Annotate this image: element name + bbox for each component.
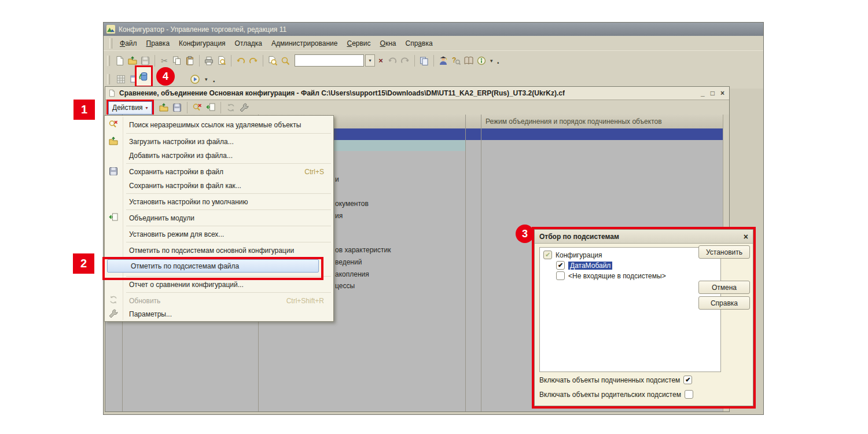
actions-button-highlight: Действия▾	[106, 100, 154, 116]
menu-item-merge-modules[interactable]: Объединить модули	[106, 211, 332, 225]
nav-forward-icon[interactable]	[399, 55, 411, 67]
update-database-configuration-icon[interactable]	[138, 71, 149, 82]
close-icon[interactable]: ×	[744, 232, 748, 241]
checkbox-unchecked-icon[interactable]	[685, 390, 693, 399]
undo-icon[interactable]	[235, 55, 247, 67]
help-button[interactable]: Справка	[698, 296, 750, 310]
menu-separator	[126, 226, 331, 226]
menu-item-load-settings[interactable]: Загрузить настройки из файла...	[106, 135, 332, 149]
app-title: Конфигуратор - Управление торговлей, ред…	[119, 25, 286, 34]
subsystem-tree: Конфигурация ДатаМобайл <Не входящие в п…	[539, 247, 721, 372]
checkbox-checked-icon[interactable]	[683, 376, 692, 384]
close-icon[interactable]: ×	[720, 89, 724, 97]
minimize-icon[interactable]: _	[701, 89, 705, 97]
toolbar-separator	[155, 55, 155, 67]
find-unresolved-refs-icon[interactable]	[192, 102, 203, 113]
save-settings-icon[interactable]	[171, 102, 183, 113]
menu-separator	[126, 292, 331, 293]
cut-icon[interactable]: ✂	[159, 55, 170, 67]
toolbar-overflow-icon[interactable]: ▾	[203, 76, 209, 82]
help-book-icon[interactable]	[463, 55, 475, 67]
help-search-icon[interactable]: ?	[450, 55, 462, 67]
menu-item-comparison-report[interactable]: Отчет о сравнении конфигураций...	[106, 278, 332, 292]
nav-back-icon[interactable]	[387, 55, 398, 67]
info-icon[interactable]	[476, 55, 487, 67]
load-settings-icon[interactable]	[158, 102, 170, 113]
menu-item-add-settings[interactable]: Добавить настройки из файла...	[106, 149, 332, 163]
tree-item-configuration[interactable]: Конфигурация	[543, 251, 602, 259]
menu-item-parameters[interactable]: Параметры...	[106, 307, 332, 321]
maximize-icon[interactable]: □	[711, 89, 715, 97]
tree-item-fragment: ов характеристик	[335, 246, 391, 254]
find-icon[interactable]	[267, 55, 278, 67]
option-include-parent-subsystems[interactable]: Включать объекты родительских подсистем	[539, 390, 693, 399]
menu-item-default-settings[interactable]: Установить настройки по умолчанию	[106, 195, 332, 209]
parameters-wrench-icon[interactable]	[238, 102, 250, 113]
compare-window-title-bar: Сравнение, объединение Основная конфигур…	[105, 87, 729, 100]
checkbox-mixed-icon[interactable]	[543, 251, 552, 259]
annotation-step-2-badge: 2	[73, 253, 94, 274]
menu-separator	[126, 133, 331, 134]
actions-dropdown-menu: Поиск неразрешимых ссылок на удаляемые о…	[104, 115, 334, 322]
merge-modules-icon[interactable]	[205, 102, 216, 113]
cancel-button[interactable]: Отмена	[698, 281, 750, 294]
compare-window-title: Сравнение, объединение Основная конфигур…	[119, 89, 565, 97]
menu-item-refresh[interactable]: ОбновитьCtrl+Shift+R	[106, 294, 332, 308]
menu-service[interactable]: Сервис	[342, 38, 375, 49]
clear-search-icon[interactable]: ×	[376, 55, 385, 66]
shortcut-label: Ctrl+S	[304, 168, 332, 176]
menu-item-save-settings-as[interactable]: Сохранить настройки в файл как...	[106, 179, 332, 193]
menu-configuration[interactable]: Конфигурация	[174, 38, 230, 49]
checkbox-checked-icon[interactable]	[556, 261, 565, 270]
print-icon[interactable]	[203, 55, 215, 67]
redo-icon[interactable]	[248, 55, 259, 67]
zoom-icon[interactable]	[279, 55, 291, 67]
column-divider[interactable]	[481, 115, 481, 411]
search-dropdown-icon[interactable]: ▾	[365, 54, 375, 67]
refresh-icon[interactable]	[225, 102, 237, 113]
copy-special-icon[interactable]	[418, 55, 430, 67]
column-divider[interactable]	[465, 115, 466, 411]
toolbar-gripper	[107, 56, 110, 66]
paste-icon[interactable]	[184, 55, 196, 67]
menu-file[interactable]: Файл	[115, 38, 142, 49]
menu-item-set-mode-for-all[interactable]: Установить режим для всех...	[106, 227, 332, 241]
menu-item-find-unresolved[interactable]: Поиск неразрешимых ссылок на удаляемые о…	[106, 118, 332, 132]
menu-administration[interactable]: Администрирование	[267, 38, 342, 49]
toolbar-overflow-icon[interactable]: ▾	[488, 58, 495, 64]
menu-separator	[126, 193, 331, 194]
open-file-icon[interactable]	[127, 55, 138, 67]
shortcut-label: Ctrl+Shift+R	[286, 297, 332, 305]
save-icon[interactable]	[139, 55, 151, 67]
tree-item-datamobile[interactable]: ДатаМобайл	[556, 261, 612, 270]
syntax-assistant-icon[interactable]	[437, 55, 449, 67]
menu-debug[interactable]: Отладка	[230, 38, 267, 49]
new-document-icon[interactable]	[114, 55, 126, 67]
merge-mode-column-header[interactable]: Режим объединения и порядок подчиненных …	[486, 117, 662, 126]
set-button[interactable]: Установить	[698, 245, 750, 259]
tree-item-label-selected: ДатаМобайл	[568, 262, 612, 270]
tree-item-not-in-subsystems[interactable]: <Не входящие в подсистемы>	[556, 271, 666, 280]
main-toolbar: ✂ ▾ × ? ▾ .	[104, 50, 763, 70]
menu-separator	[126, 163, 331, 164]
menu-item-mark-by-main-config-subsystems[interactable]: Отметить по подсистемам основной конфигу…	[106, 244, 332, 258]
search-input[interactable]	[295, 54, 364, 67]
start-debugging-icon[interactable]	[189, 73, 201, 85]
menu-help[interactable]: Справка	[400, 38, 437, 49]
actions-button[interactable]: Действия▾	[108, 101, 152, 115]
copy-icon[interactable]	[171, 55, 183, 67]
option-include-child-subsystems[interactable]: Включать объекты подчиненных подсистем	[539, 376, 692, 384]
menu-windows[interactable]: Окна	[376, 38, 401, 49]
checkbox-unchecked-icon[interactable]	[556, 271, 565, 280]
menu-edit[interactable]: Правка	[142, 38, 175, 49]
menu-item-save-settings[interactable]: Сохранить настройки в файлCtrl+S	[106, 165, 332, 179]
tree-item-fragment: окументов	[335, 200, 369, 208]
print-preview-icon[interactable]	[216, 55, 227, 67]
annotation-step-3-badge: 3	[516, 225, 534, 243]
toolbar-end-dot: .	[213, 74, 215, 84]
tree-item-fragment: ия	[335, 212, 343, 220]
menu-item-mark-by-file-subsystems[interactable]: Отметить по подсистемам файла	[107, 259, 319, 273]
update-database-configuration-highlight	[135, 65, 153, 87]
table-grid-icon[interactable]	[115, 73, 127, 85]
compare-window-toolbar: Действия▾	[105, 100, 729, 116]
